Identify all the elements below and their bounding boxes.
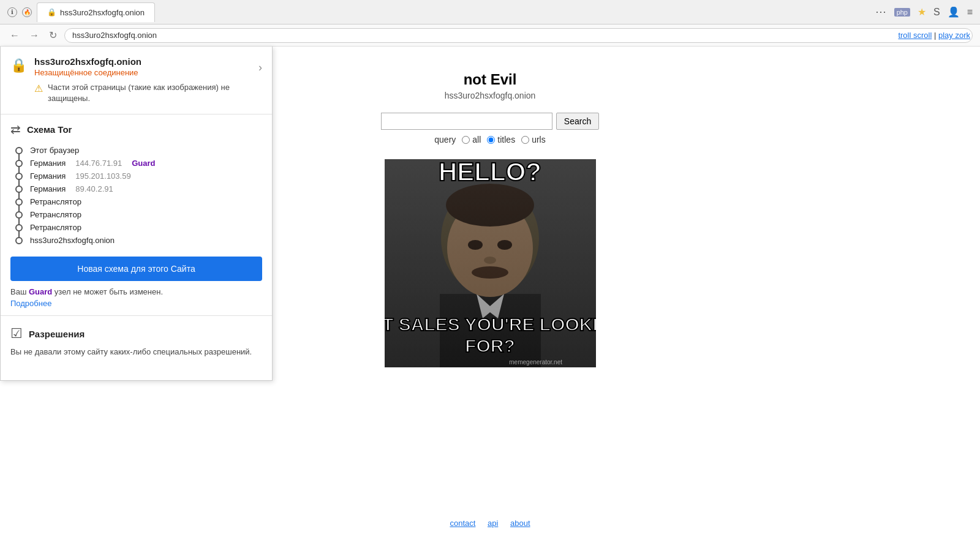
- footer-links: contact api about: [0, 519, 980, 528]
- tor-node-0: Этот браузер: [15, 144, 262, 157]
- all-option[interactable]: all: [462, 135, 481, 144]
- api-link[interactable]: api: [488, 519, 498, 528]
- meme-bottom-text-1: IS IT SALES YOU'RE LOOKING: [385, 314, 596, 334]
- tor-title: Схема Tor: [27, 124, 72, 135]
- tor-node-6: Ретранслятор: [15, 221, 262, 234]
- sync-icon[interactable]: S: [933, 7, 940, 18]
- permissions-header: ☑ Разрешения: [10, 326, 262, 342]
- tor-label-2: Германия: [30, 171, 66, 181]
- meme-bottom-text-2: FOR?: [465, 336, 515, 356]
- info-icon[interactable]: ℹ: [7, 7, 17, 17]
- tor-dot-2: [15, 173, 23, 180]
- menu-icon[interactable]: ≡: [967, 7, 973, 18]
- tor-label-4: Ретранслятор: [30, 197, 81, 206]
- search-input[interactable]: [381, 113, 552, 130]
- browser-toolbar-right: ··· php ★ S 👤 ≡: [876, 6, 973, 18]
- popup-panel: 🔒 hss3uro2hsxfogfq.onion Незащищённое со…: [0, 47, 273, 381]
- tor-chain: Этот браузер Германия 144.76.71.91 Guard…: [15, 144, 262, 247]
- play-zork-link[interactable]: play zork: [938, 31, 970, 40]
- meme-top-text: HELLO?: [439, 159, 541, 186]
- php-badge: php: [894, 8, 910, 17]
- tor-node-2: Германия 195.201.103.59: [15, 170, 262, 182]
- tor-dot-7: [15, 237, 23, 244]
- tor-ip-1: 144.76.71.91: [75, 159, 122, 168]
- tor-section: ⇄ Схема Tor Этот браузер Германия 144.76…: [1, 114, 272, 316]
- tor-dot-5: [15, 211, 23, 219]
- meme-image: HELLO? IS IT SALES YOU'RE LOOKING FOR? m…: [385, 159, 596, 367]
- learn-more-link[interactable]: Подробнее: [10, 299, 262, 308]
- tor-label-3: Германия: [30, 184, 66, 193]
- tor-dot-3: [15, 186, 23, 193]
- back-button[interactable]: ←: [7, 29, 22, 42]
- tor-label-5: Ретранслятор: [30, 210, 81, 219]
- profile-icon[interactable]: 👤: [948, 6, 960, 18]
- urls-label: urls: [532, 135, 546, 144]
- tab-favicon: 🔒: [47, 8, 56, 17]
- tor-guard-badge: Guard: [132, 159, 155, 168]
- tor-share-icon: ⇄: [10, 122, 21, 137]
- titles-label: titles: [497, 135, 515, 144]
- panel-expand-arrow[interactable]: ›: [258, 61, 262, 74]
- tab-area: 🔒 hss3uro2hsxfogfq.onion: [37, 2, 876, 22]
- tor-node-3: Германия 89.40.2.91: [15, 182, 262, 195]
- tor-node-1: Германия 144.76.71.91 Guard: [15, 157, 262, 170]
- url-bar-row: ← → ↻: [0, 24, 980, 47]
- bookmark-icon[interactable]: ★: [918, 6, 926, 18]
- tor-dot-1: [15, 160, 23, 167]
- tor-label-6: Ретранслятор: [30, 223, 81, 232]
- warning-triangle-icon: ⚠: [34, 83, 43, 94]
- titles-option[interactable]: titles: [487, 135, 515, 144]
- tor-node-4: Ретранслятор: [15, 195, 262, 208]
- tor-dot-4: [15, 198, 23, 206]
- new-circuit-button[interactable]: Новая схема для этого Сайта: [10, 257, 262, 281]
- forward-button[interactable]: →: [27, 29, 42, 42]
- query-label: query: [434, 135, 456, 144]
- urls-option[interactable]: urls: [521, 135, 546, 144]
- active-tab[interactable]: 🔒 hss3uro2hsxfogfq.onion: [37, 2, 155, 22]
- tor-dot-6: [15, 224, 23, 231]
- tor-label-7: hss3uro2hsxfogfq.onion: [30, 236, 115, 245]
- tor-label-0: Этот браузер: [30, 146, 79, 155]
- warning-row: ⚠ Части этой страницы (такие как изображ…: [34, 82, 262, 104]
- meme-svg: HELLO? IS IT SALES YOU'RE LOOKING FOR? m…: [385, 159, 596, 367]
- contact-link[interactable]: contact: [450, 519, 475, 528]
- connection-warning: Незащищённое соединение: [34, 68, 262, 77]
- tor-label-1: Германия: [30, 159, 66, 168]
- tor-node-7: hss3uro2hsxfogfq.onion: [15, 234, 262, 247]
- permissions-section: ☑ Разрешения Вы не давали этому сайту ка…: [1, 316, 272, 367]
- connection-section: 🔒 hss3uro2hsxfogfq.onion Незащищённое со…: [1, 47, 272, 114]
- all-label: all: [472, 135, 481, 144]
- permissions-icon: ☑: [10, 326, 23, 342]
- reload-button[interactable]: ↻: [47, 28, 59, 42]
- permissions-text: Вы не давали этому сайту каких-либо спец…: [10, 347, 262, 358]
- tab-title: hss3uro2hsxfogfq.onion: [60, 8, 145, 17]
- connection-header: 🔒 hss3uro2hsxfogfq.onion Незащищённое со…: [10, 56, 262, 104]
- domain-title: hss3uro2hsxfogfq.onion: [34, 56, 262, 67]
- connection-info: hss3uro2hsxfogfq.onion Незащищённое соед…: [34, 56, 262, 104]
- urls-radio[interactable]: [521, 136, 529, 144]
- permissions-title: Разрешения: [29, 329, 85, 339]
- all-radio[interactable]: [462, 136, 470, 144]
- separator: |: [934, 31, 936, 40]
- guard-name-inline: Guard: [29, 287, 52, 296]
- tor-node-5: Ретранслятор: [15, 208, 262, 221]
- troll-scroll-link[interactable]: troll scroll: [898, 31, 932, 40]
- tor-dot-0: [15, 147, 23, 154]
- tor-ip-3: 89.40.2.91: [75, 184, 113, 193]
- browser-tab-bar: ℹ 🔥 🔒 hss3uro2hsxfogfq.onion ··· php ★ S…: [0, 0, 980, 24]
- titles-radio[interactable]: [487, 136, 495, 144]
- lock-icon: 🔒: [10, 58, 27, 73]
- meme-watermark: memegenerator.net: [509, 359, 562, 366]
- search-button[interactable]: Search: [556, 113, 599, 130]
- url-input[interactable]: [64, 28, 973, 43]
- warning-detail-text: Части этой страницы (такие как изображен…: [48, 82, 262, 104]
- top-right-links: troll scroll | play zork: [898, 31, 970, 40]
- guard-note: Ваш Guard узел не может быть изменен.: [10, 287, 262, 296]
- about-link[interactable]: about: [510, 519, 530, 528]
- tor-header: ⇄ Схема Tor: [10, 122, 262, 137]
- shield-icon[interactable]: 🔥: [22, 7, 32, 17]
- more-options-icon[interactable]: ···: [876, 6, 887, 18]
- tor-ip-2: 195.201.103.59: [75, 171, 130, 181]
